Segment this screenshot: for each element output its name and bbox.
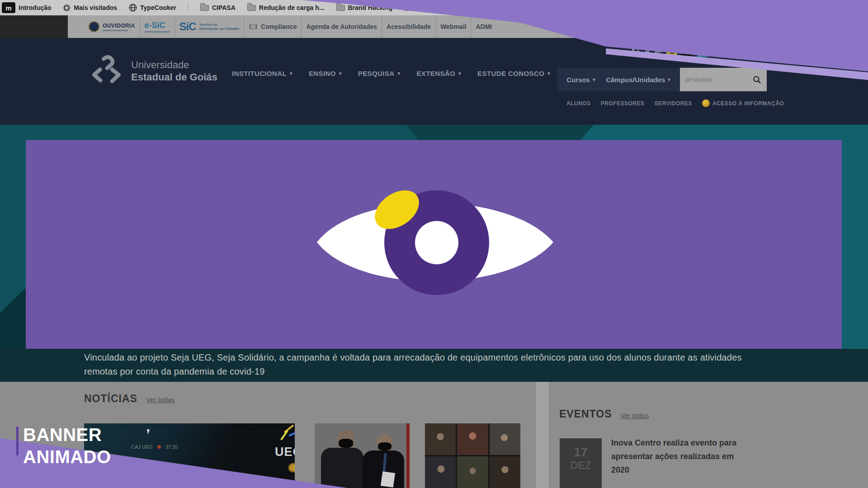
audience-links: ALUNOS PROFESSORES SERVIDORES ACESSO À I…	[566, 99, 784, 107]
face-mask	[339, 439, 353, 448]
nav-institucional[interactable]: INSTITUCIONAL▾	[232, 70, 292, 77]
conference-tile	[490, 423, 520, 455]
video-time: 37:20	[165, 444, 178, 450]
bookmarks-separator	[188, 3, 189, 12]
events-section-title: EVENTOS	[559, 408, 612, 420]
chevron-down-icon: ▾	[547, 70, 550, 76]
esic-link[interactable]: e-SiC	[140, 15, 175, 38]
bookmark-mais-visitados[interactable]: Mais visitados	[74, 4, 117, 11]
gear-icon	[63, 4, 71, 12]
link-acesso-informacao[interactable]: ACESSO À INFORMAÇÃO	[702, 99, 784, 107]
quick-cursos[interactable]: Cursos▾	[566, 76, 595, 84]
link-servidores[interactable]: SERVIDORES	[655, 100, 692, 107]
search-input[interactable]	[685, 76, 753, 83]
ouvidoria-icon	[89, 21, 99, 32]
folder-icon	[247, 5, 256, 11]
eye-illustration	[26, 140, 842, 349]
compliance-label: Compliance	[261, 23, 297, 30]
conference-tile	[457, 423, 488, 455]
face-mask	[378, 442, 392, 450]
conference-tile	[425, 456, 456, 488]
access-info-icon	[702, 99, 710, 107]
label-line2: ANIMADO	[23, 446, 111, 468]
red-stripe	[406, 423, 410, 488]
logo-line2: Estadual de Goiás	[131, 71, 217, 83]
webmail-link[interactable]: Webmail	[435, 15, 471, 38]
ueg-home-logo[interactable]: Universidade Estadual de Goiás	[90, 53, 217, 89]
screenshot-root: m Introdução Mais visitados TypeCooker	[0, 0, 868, 488]
ouvidoria-link[interactable]: OUVIDORIA	[84, 15, 140, 38]
m-badge-icon[interactable]: m	[2, 2, 15, 13]
label-accent-bar	[16, 427, 19, 455]
bookmark-typecooker[interactable]: TypeCooker	[140, 4, 176, 11]
slide-label: BANNER ANIMADO	[16, 424, 111, 468]
logo-line1: Universidade	[131, 59, 217, 71]
sic-sublabel: Serviço deInformação ao Cidadão	[199, 23, 239, 31]
news-thumbnail-videoconference[interactable]	[425, 423, 520, 488]
hero-banner[interactable]	[26, 140, 842, 349]
conference-tile	[425, 423, 456, 455]
acessibilidade-link[interactable]: Acessibilidade	[382, 15, 435, 38]
bookmark-introducao[interactable]: Introdução	[19, 4, 51, 11]
event-day: 17	[574, 446, 587, 459]
video-meta: CAJ UEG 37:20	[131, 444, 178, 450]
bookmark-cipasa[interactable]: CIPASA	[212, 4, 236, 11]
paper-detail	[381, 471, 395, 488]
nav-ensino[interactable]: ENSINO▾	[309, 70, 342, 77]
news-section-title: NOTÍCIAS	[84, 393, 137, 405]
video-channel: CAJ UEG	[131, 444, 153, 450]
chevron-down-icon: ▾	[458, 70, 461, 76]
ouvidoria-subtext-bar	[103, 30, 128, 31]
label-line1: BANNER	[23, 424, 111, 446]
person-figure	[321, 448, 363, 488]
ouvidoria-label: OUVIDORIA	[103, 23, 135, 29]
folder-icon	[200, 5, 209, 11]
record-dot-icon	[157, 445, 161, 449]
confetti-streamer	[288, 430, 295, 437]
link-alunos[interactable]: ALUNOS	[566, 100, 591, 107]
window-edge	[0, 15, 68, 38]
news-thumbnail-photo[interactable]	[315, 423, 410, 488]
chevron-down-icon: ▾	[290, 70, 292, 76]
sic-label: SiC	[179, 20, 196, 33]
conference-tile	[490, 456, 520, 488]
chevron-down-icon: ▾	[339, 70, 342, 76]
events-see-all-link[interactable]: Ver todos	[620, 412, 649, 419]
event-date-badge: 17 DEZ	[560, 438, 602, 488]
quick-campus-unidades[interactable]: Câmpus/Unidades▾	[606, 76, 670, 84]
compliance-icon	[249, 22, 258, 31]
banner-caption: Vinculada ao projeto Seja UEG, Seja Soli…	[84, 351, 789, 379]
esic-label: e-SiC	[145, 21, 165, 30]
video-brand: UEG	[275, 445, 295, 459]
link-professores[interactable]: PROFESSORES	[601, 100, 645, 107]
main-navigation: INSTITUCIONAL▾ ENSINO▾ PESQUISA▾ EXTENSÃ…	[232, 70, 550, 77]
esic-subtext-bar	[145, 31, 170, 33]
nav-pesquisa[interactable]: PESQUISA▾	[358, 70, 401, 77]
search-icon[interactable]	[753, 75, 761, 84]
conference-tile	[457, 456, 488, 488]
bookmark-reducao[interactable]: Redução de carga h...	[259, 4, 325, 11]
nav-estude-conosco[interactable]: ESTUDE CONOSCO▾	[477, 70, 550, 77]
column-divider	[536, 382, 549, 488]
folder-icon	[336, 5, 345, 11]
nav-extensao[interactable]: EXTENSÃO▾	[416, 70, 461, 77]
chevron-down-icon: ▾	[668, 77, 670, 83]
sic-link[interactable]: SiC Serviço deInformação ao Cidadão	[175, 15, 244, 38]
mouse-cursor-icon	[147, 429, 151, 435]
ueg-logo-icon	[90, 53, 125, 89]
news-see-all-link[interactable]: Ver todas	[146, 396, 175, 404]
gold-script-badge	[288, 463, 295, 472]
quick-links-panel: Cursos▾ Câmpus/Unidades▾	[557, 68, 680, 91]
globe-icon	[129, 4, 137, 12]
compliance-link[interactable]: Compliance	[244, 15, 301, 38]
site-search	[680, 68, 767, 91]
event-month: DEZ	[571, 459, 591, 472]
agenda-autoridades-link[interactable]: Agenda de Autoridades	[301, 15, 382, 38]
chevron-down-icon: ▾	[398, 70, 401, 76]
event-title-link[interactable]: Inova Centro realiza evento para apresen…	[611, 436, 737, 477]
chevron-down-icon: ▾	[593, 77, 595, 83]
